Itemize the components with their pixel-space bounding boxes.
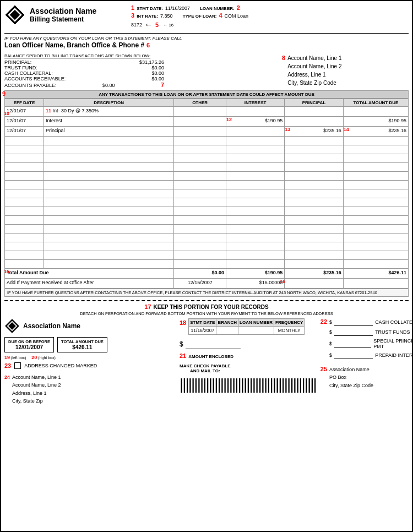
td-after-t bbox=[343, 279, 408, 289]
td-total-other: $0.00 bbox=[174, 269, 226, 279]
balance-row-ap: ACCOUNTS PAYABLE: $0.00 7 bbox=[4, 82, 170, 88]
contact-line: IF YOU HAVE ANY QUESTIONS ON YOUR LOAN O… bbox=[4, 36, 409, 41]
sender-line2: Account Name, Line 2 bbox=[12, 381, 61, 389]
transaction-table: EFF DATE DESCRIPTION OTHER INTEREST PRIN… bbox=[4, 99, 409, 289]
td-after-date: 12/15/2007 bbox=[174, 279, 226, 289]
cash-row-prepaid: $ PREPAID INTEREST bbox=[329, 351, 413, 359]
due-on-before-box: DUE ON OR BEFORE 12/01/2007 bbox=[4, 337, 54, 352]
num1: 1 bbox=[131, 4, 134, 11]
num7: 7 bbox=[161, 82, 164, 88]
amount-enclosed-label: AMOUNT ENCLOSED bbox=[188, 354, 233, 359]
num4: 4 bbox=[219, 12, 222, 19]
footer-notice: IF YOU HAVE FURTHER QUESTIONS AFTER CONT… bbox=[4, 289, 409, 297]
table-row: 12/01/07 Principal 13 $235.16 14 $235.16 bbox=[5, 127, 409, 137]
bottom-middle: 18 STMT DATE BRANCH LOAN NUMBER FREQUENC… bbox=[180, 318, 316, 405]
table-row bbox=[5, 207, 409, 216]
td-frequency: MONTHLY bbox=[274, 327, 305, 335]
balance-title: BALANCE SPRIOR TO BILLING TRANSACTIONS A… bbox=[4, 53, 282, 58]
num23: 23 bbox=[4, 362, 11, 369]
num22: 22 bbox=[320, 318, 327, 325]
bottom-section: Association Name DUE ON OR BEFORE 12/01/… bbox=[4, 318, 409, 405]
billing-stmt: Billing Statement bbox=[30, 15, 96, 23]
account-line2: Account Name, Line 2 bbox=[287, 62, 341, 70]
td-total-label: 15 Total Amount Due bbox=[5, 269, 174, 279]
table-row bbox=[5, 216, 409, 225]
td-after-label: Add If Payment Received at Office After bbox=[5, 279, 174, 289]
td-principal-2 bbox=[285, 117, 343, 127]
partial-number-area: 8172 ← 5 ← 16 bbox=[131, 20, 409, 30]
cash-collateral-input bbox=[334, 318, 373, 326]
num5: 5 bbox=[155, 21, 159, 28]
type-loan-field: TYPE OF LOAN: 4 COM Loan bbox=[183, 12, 248, 19]
num21: 21 bbox=[180, 352, 186, 359]
balance-row-ar: ACCOUNTS RECEIVABLE: $0.00 bbox=[4, 76, 170, 82]
perforation bbox=[4, 300, 409, 301]
header-row1: 1 STMT DATE: 11/16/2007 LOAN NUMBER: 2 bbox=[131, 4, 409, 11]
header-section: Association Name Billing Statement 1 STM… bbox=[4, 4, 409, 34]
table-row bbox=[5, 198, 409, 207]
table-row bbox=[5, 145, 409, 154]
th-loan-number: LOAN NUMBER bbox=[238, 319, 274, 327]
account-address: 8 Account Name, Line 1 Account Name, Lin… bbox=[282, 53, 409, 88]
bottom-right: 22 $ CASH COLLATERAL $ TRUST FUNDS $ bbox=[320, 318, 413, 405]
num18: 18 bbox=[180, 319, 186, 326]
cash-row-special: $ SPECIAL PRINCIPAL PMT bbox=[329, 338, 413, 349]
address-changed-checkbox[interactable] bbox=[14, 362, 21, 369]
num10: 10 bbox=[4, 111, 9, 116]
num24: 24 bbox=[4, 373, 10, 381]
make-check-label: MAKE CHECK PAYABLEAND MAIL TO: bbox=[180, 363, 231, 373]
header-row2: 3 INT RATE: 7.350 TYPE OF LOAN: 4 COM Lo… bbox=[131, 12, 409, 19]
td-desc-1: 11 Int- 30 Dy @ 7.350% bbox=[44, 107, 173, 117]
amount-line bbox=[186, 339, 241, 349]
barcode: ||||||||||||||||||||||||||||||||||||||||… bbox=[180, 376, 316, 393]
table-row bbox=[5, 137, 409, 145]
trans-notice: ANY TRANSACTIONS TO THIS LOAN ON OR AFTE… bbox=[4, 90, 409, 99]
th-interest: INTEREST bbox=[226, 99, 284, 107]
num15: 15 bbox=[4, 269, 9, 274]
after-payment-row: Add If Payment Received at Office After … bbox=[5, 279, 409, 289]
bottom-logo-icon bbox=[4, 318, 20, 334]
sender-line3: Address, Line 1 bbox=[12, 389, 61, 397]
bottom-assoc-name: Association Name bbox=[23, 322, 80, 330]
detach-line: DETACH ON PERFORATION AND FORWARD BOTTOM… bbox=[4, 311, 409, 316]
th-stmt-date: STMT DATE bbox=[189, 319, 216, 327]
keep-portion: KEEP THIS PORTION FOR YOUR RECORDS bbox=[154, 304, 269, 310]
table-row bbox=[5, 251, 409, 260]
num8: 8 bbox=[282, 53, 285, 63]
balance-row-cash: CASH COLLATERAL: $0.00 bbox=[4, 70, 170, 76]
int-rate-field: 3 INT RATE: 7.350 bbox=[131, 12, 173, 19]
td-other-2 bbox=[174, 117, 226, 127]
td-interest-1 bbox=[226, 107, 284, 117]
assoc-title: Association Name Billing Statement bbox=[30, 7, 96, 23]
th-frequency: FREQUENCY bbox=[274, 319, 305, 327]
total-row: 15 Total Amount Due $0.00 $190.95 $235.1… bbox=[5, 269, 409, 279]
table-row bbox=[5, 181, 409, 189]
recipient-address: 25 Association Name PO Box City, State Z… bbox=[320, 365, 413, 389]
balance-row-trust: TRUST FUND: $0.00 bbox=[4, 65, 170, 70]
td-branch bbox=[216, 327, 238, 335]
num9: 9 bbox=[2, 90, 6, 97]
td-after-p bbox=[285, 279, 343, 289]
num14: 14 bbox=[344, 127, 349, 132]
td-interest-3 bbox=[226, 127, 284, 137]
sender-line1: Account Name, Line 1 bbox=[12, 373, 61, 381]
num6: 6 bbox=[146, 42, 150, 48]
loan-officer: Loan Officer Name, Branch Office & Phone… bbox=[4, 41, 144, 49]
logo-area: Association Name Billing Statement bbox=[4, 4, 126, 25]
account-address-line: Address, Line 1 bbox=[287, 70, 341, 79]
stmt-info-table: STMT DATE BRANCH LOAN NUMBER FREQUENCY 1… bbox=[188, 318, 305, 335]
table-row: 10 12/01/07 11 Int- 30 Dy @ 7.350% bbox=[5, 107, 409, 117]
td-total-total: $426.11 bbox=[343, 269, 408, 279]
td-principal-3: 13 $235.16 bbox=[285, 127, 343, 137]
balance-rows: PRINCIPAL: $31,175.26 TRUST FUND: $0.00 … bbox=[4, 59, 282, 88]
num12: 12 bbox=[226, 117, 232, 122]
table-row bbox=[5, 260, 409, 269]
num25: 25 bbox=[320, 365, 327, 374]
num11-inline: 11 bbox=[46, 108, 51, 113]
total-amount-due-box: TOTAL AMOUNT DUE $426.11 bbox=[57, 337, 107, 352]
balance-row-principal: PRINCIPAL: $31,175.26 bbox=[4, 59, 170, 65]
table-row bbox=[5, 172, 409, 181]
keep-portion-area: 17 KEEP THIS PORTION FOR YOUR RECORDS bbox=[4, 303, 409, 311]
table-row bbox=[5, 242, 409, 251]
td-total-principal: $235.16 bbox=[285, 269, 343, 279]
